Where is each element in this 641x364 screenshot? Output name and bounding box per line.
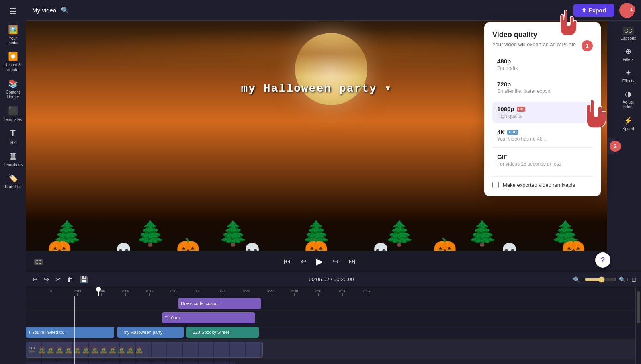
quality-option-720p[interactable]: 720p Smaller file, faster export <box>492 77 593 98</box>
video-track-icon: 🎬 <box>26 346 38 353</box>
brand-icon: 🏷️ <box>8 173 18 183</box>
timeline-scrollbar[interactable] <box>635 287 641 364</box>
sidebar-item-your-media[interactable]: 🖼️ Your media <box>1 22 25 47</box>
fit-button[interactable]: ⊡ <box>631 276 636 283</box>
cc-button[interactable]: CC <box>32 256 45 267</box>
clip-label: Dress code: costu... <box>181 301 220 306</box>
sidebar-item-record-create[interactable]: ⏺️ Record &create <box>1 49 25 75</box>
sidebar-item-transitions[interactable]: ▦ Transitions <box>1 149 25 169</box>
ruler-mark-21: 0:21 <box>219 289 226 296</box>
zoom-in-button[interactable]: 🔍+ <box>619 276 629 283</box>
uhd-badge: UHD <box>507 130 518 135</box>
collapse-area: › <box>607 21 615 272</box>
sidebar-item-content-library[interactable]: 📚 ContentLibrary <box>1 76 25 102</box>
fast-forward-button[interactable]: ↪ <box>331 256 340 268</box>
sidebar-item-speed[interactable]: ⚡ Speed <box>616 114 640 133</box>
timeline-ruler: 0 0:03 0:06 0:09 0:12 0:15 0:18 0:21 0:2… <box>26 287 635 296</box>
ruler-mark-24: 0:24 <box>243 289 250 296</box>
clip-10pm[interactable]: T 10pm <box>162 312 255 323</box>
ruler-mark-15: 0:15 <box>170 289 178 296</box>
track-row-text-2: T 10pm <box>26 311 635 325</box>
library-icon: 📚 <box>8 79 18 88</box>
remixable-row: Make exported video remixable <box>492 176 593 188</box>
tracks-area: 0 0:03 0:06 0:09 0:12 0:15 0:18 0:21 0:2… <box>26 287 635 364</box>
ruler-mark-36: 0:36 <box>339 289 346 296</box>
quality-option-4k[interactable]: 4K UHD Your video has no 4k... <box>492 125 593 146</box>
video-clip-2[interactable]: 🎬 🧟🧟🧟🧟🧟🧟🧟🧟🧟🧟 <box>26 362 235 364</box>
sidebar-item-captions[interactable]: CC Captions <box>616 24 640 43</box>
sidebar-item-text[interactable]: T Text <box>1 126 25 147</box>
video-frames: 🧟🧟🧟🧟🧟🧟🧟🧟🧟🧟🧟🧟 <box>38 346 143 354</box>
quality-option-gif[interactable]: GIF For videos 15 seconds or less <box>492 149 593 171</box>
adjust-colors-icon: ◑ <box>625 90 631 98</box>
video-clip[interactable]: 🎬 🧟🧟🧟🧟🧟🧟🧟🧟🧟🧟🧟🧟 <box>26 342 263 358</box>
sidebar-item-brand-kit[interactable]: 🏷️ Brand kit <box>1 171 25 191</box>
sidebar-item-adjust-colors[interactable]: ◑ Adjustcolors <box>616 87 640 112</box>
timeline-body: 0 0:03 0:06 0:09 0:12 0:15 0:18 0:21 0:2… <box>26 287 641 364</box>
ruler-mark-9: 0:09 <box>122 289 129 296</box>
rewind-button[interactable]: ↩ <box>299 256 308 268</box>
tracks-container: Dress code: costu... T 10pm T You're inv… <box>26 296 635 364</box>
speed-icon: ⚡ <box>624 116 633 125</box>
remixable-label: Make exported video remixable <box>503 182 575 188</box>
save-button[interactable]: 💾 <box>78 275 90 284</box>
ruler-mark-12: 0:12 <box>146 289 154 296</box>
video-track-row: 🎬 🧟🧟🧟🧟🧟🧟🧟🧟🧟🧟🧟🧟 <box>26 339 635 360</box>
notification-badge: 1 <box>627 5 635 13</box>
right-sidebar: CC Captions ⊕ Filters ✦ Effects ◑ Adjust… <box>615 21 641 272</box>
topbar: My video 🔍 ⬆ Export 1 <box>26 0 641 21</box>
zoom-controls: 🔍- 🔍+ ⊡ <box>573 276 636 283</box>
ruler-mark-33: 0:33 <box>315 289 322 296</box>
collapse-right-panel-button[interactable]: › <box>607 138 615 154</box>
redo-button[interactable]: ↪ <box>42 275 51 284</box>
zoom-out-button[interactable]: 🔍- <box>573 276 582 283</box>
undo-button[interactable]: ↩ <box>31 275 39 284</box>
export-button[interactable]: ⬆ Export <box>573 4 614 17</box>
quality-popup: Video quality Your video will export as … <box>484 22 601 196</box>
video-title-overlay: my Halloween party ▾ <box>241 81 392 95</box>
ruler-mark-27: 0:27 <box>267 289 274 296</box>
track-row-text-1: Dress code: costu... <box>26 296 635 311</box>
media-icon: 🖼️ <box>8 25 18 35</box>
go-to-start-button[interactable]: ⏮ <box>282 256 293 267</box>
captions-icon: CC <box>623 27 634 35</box>
quality-label-480p: 480p <box>497 58 588 65</box>
playhead-line <box>98 287 99 296</box>
ruler-marks-container: 0 0:03 0:06 0:09 0:12 0:15 0:18 0:21 0:2… <box>50 287 635 296</box>
clip-label: T 123 Spooky Street <box>189 330 229 335</box>
sidebar-item-effects[interactable]: ✦ Effects <box>616 66 640 86</box>
hd-badge: HD <box>517 107 525 112</box>
quality-desc-4k: Your video has no 4k... <box>497 136 588 142</box>
scrollbar-thumb[interactable] <box>637 291 640 323</box>
delete-button[interactable]: 🗑 <box>66 275 75 284</box>
quality-option-1080p[interactable]: 1080p HD High quality <box>492 102 593 123</box>
search-button[interactable]: 🔍 <box>61 6 69 14</box>
menu-button[interactable]: ☰ <box>1 3 25 19</box>
effects-icon: ✦ <box>625 68 631 77</box>
sidebar-item-templates[interactable]: ⬛ Templates <box>1 104 25 124</box>
user-avatar-wrap: 1 <box>619 3 635 18</box>
sidebar-item-filters[interactable]: ⊕ Filters <box>616 45 640 64</box>
track-row-text-3: T You're invited to... T my Halloween pa… <box>26 325 635 339</box>
quality-label-1080p: 1080p HD <box>497 106 588 112</box>
clip-spooky-street[interactable]: T 123 Spooky Street <box>186 327 259 338</box>
clip-halloween-party[interactable]: T my Halloween party <box>117 327 184 338</box>
remixable-checkbox[interactable] <box>492 182 499 188</box>
templates-icon: ⬛ <box>8 106 18 116</box>
clip-dress-code[interactable]: Dress code: costu... <box>178 298 261 309</box>
play-button[interactable]: ▶ <box>315 255 325 268</box>
zoom-slider[interactable] <box>584 276 616 283</box>
ruler-mark-39: 0:39 <box>363 289 371 296</box>
ruler-mark-3: 0:03 <box>74 289 81 296</box>
quality-desc-1080p: High quality <box>497 113 588 119</box>
video-track-row-2: 🎬 🧟🧟🧟🧟🧟🧟🧟🧟🧟🧟 <box>26 360 635 364</box>
help-button[interactable]: ? <box>595 252 610 268</box>
cut-button[interactable]: ✂ <box>54 275 62 284</box>
quality-option-480p[interactable]: 480p For drafts <box>492 54 593 75</box>
ruler-mark-30: 0:30 <box>291 289 298 296</box>
clip-label: T 10pm <box>165 315 180 320</box>
clip-invited[interactable]: T You're invited to... <box>26 327 114 338</box>
popup-title: Video quality <box>492 31 593 39</box>
go-to-end-button[interactable]: ⏭ <box>347 256 357 267</box>
record-icon: ⏺️ <box>8 51 18 61</box>
